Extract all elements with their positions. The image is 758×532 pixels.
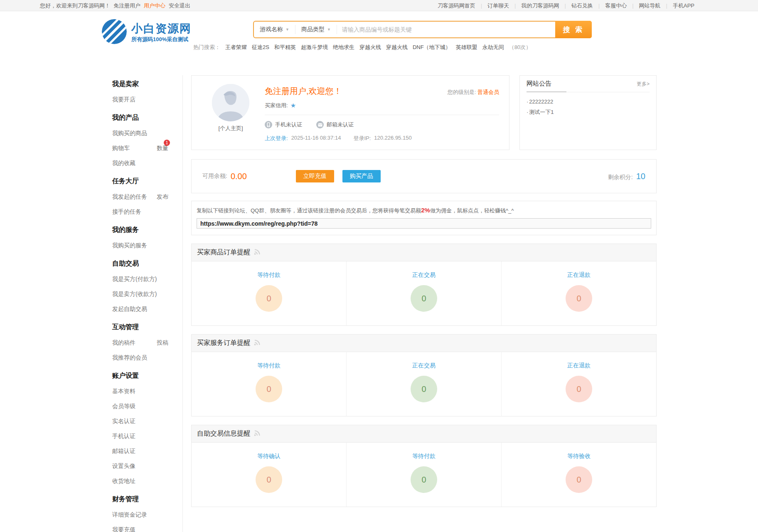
sidebar-item[interactable]: 手机认证 <box>112 429 182 444</box>
sidebar-item[interactable]: 会员等级 <box>112 399 182 414</box>
hot-search-count: （80次） <box>509 44 531 51</box>
referral-percent: 2% <box>421 207 430 214</box>
sidebar-group-heading: 任务大厅 <box>112 173 182 190</box>
sidebar-item[interactable]: 基本资料 <box>112 384 182 399</box>
notice-item[interactable]: 22222222 <box>527 96 650 107</box>
site-logo[interactable]: 小白资源网 所有源码100%采自测试 <box>101 19 192 46</box>
status-count-circle[interactable]: 0 <box>411 285 437 312</box>
status-column: 等待付款 0 <box>192 261 346 325</box>
hot-search-link[interactable]: 超激斗梦境 <box>301 44 328 51</box>
sidebar-item-label: 实名认证 <box>112 418 135 425</box>
divider <box>265 115 499 115</box>
status-count-circle[interactable]: 0 <box>411 466 437 493</box>
topbar-greeting: 您好，欢迎来到刀客源码网！ <box>40 2 110 10</box>
status-link[interactable]: 等待确认 <box>257 453 281 460</box>
status-link[interactable]: 正在退款 <box>567 271 591 279</box>
logo-tagline: 所有源码100%采自测试 <box>131 37 192 43</box>
hot-search-link[interactable]: 王者荣耀 <box>225 44 247 51</box>
sidebar-item-extra[interactable]: 数量 1 <box>157 145 168 152</box>
sidebar-item[interactable]: 发起自助交易 <box>112 302 182 317</box>
status-count-circle[interactable]: 0 <box>566 285 592 312</box>
notice-more-link[interactable]: 更多> <box>637 81 650 92</box>
rss-icon <box>253 339 261 347</box>
sidebar-item-extra-label: 投稿 <box>157 339 168 346</box>
notice-item[interactable]: 测试一下1 <box>527 107 650 117</box>
member-level-link[interactable]: 普通会员 <box>477 89 499 95</box>
sidebar-item-label: 我购买的服务 <box>112 242 147 249</box>
sidebar-item[interactable]: 我的收藏 <box>112 156 182 171</box>
referral-text: 复制以下链接到论坛、QQ群、朋友圈等，通过该链接注册的会员交易后，您将获得每笔交… <box>197 207 651 214</box>
sidebar-item[interactable]: 我要开店 <box>112 92 182 107</box>
personal-homepage-link[interactable]: [个人主页] <box>206 125 256 132</box>
email-verify-status[interactable]: 邮箱未认证 <box>316 121 354 128</box>
hot-search-link[interactable]: 穿越火线 <box>386 44 408 51</box>
sidebar-item[interactable]: 购物车 数量 1 <box>112 141 182 156</box>
status-link[interactable]: 正在退款 <box>567 362 591 369</box>
sidebar-item[interactable]: 邮箱认证 <box>112 444 182 459</box>
section-title: 自助交易信息提醒 <box>197 429 250 438</box>
sidebar-item[interactable]: 我购买的商品 <box>112 126 182 141</box>
buy-products-button[interactable]: 购买产品 <box>342 170 381 182</box>
sidebar-item[interactable]: 详细资金记录 <box>112 507 182 522</box>
user-center-link[interactable]: 用户中心 <box>144 2 165 10</box>
topbar-link[interactable]: 网站导航 <box>634 2 666 10</box>
status-link[interactable]: 等待付款 <box>257 271 281 279</box>
sidebar-item-extra[interactable]: 发布 <box>157 193 168 201</box>
hot-search-link[interactable]: 英雄联盟 <box>456 44 477 51</box>
recharge-button[interactable]: 立即充值 <box>296 170 334 182</box>
hot-search-link[interactable]: 征途2S <box>252 44 269 51</box>
status-count-circle[interactable]: 0 <box>566 466 592 493</box>
topbar-link[interactable]: 订单聊天 <box>482 2 514 10</box>
referral-link-input[interactable] <box>197 218 651 229</box>
status-count-circle[interactable]: 0 <box>256 285 282 312</box>
status-count-circle[interactable]: 0 <box>256 466 282 493</box>
sidebar-item[interactable]: 我要充值 <box>112 522 182 532</box>
status-link[interactable]: 等待付款 <box>257 362 281 369</box>
sidebar-item[interactable]: 我的稿件 投稿 <box>112 335 182 350</box>
search-button[interactable]: 搜 索 <box>555 21 592 38</box>
topbar-link[interactable]: 我的刀客源码网 <box>516 2 564 10</box>
game-filter-dropdown[interactable]: 游戏名称 ▼ <box>254 26 295 33</box>
sidebar-item[interactable]: 实名认证 <box>112 414 182 429</box>
section-title: 买家商品订单提醒 <box>197 248 250 257</box>
status-count-circle[interactable]: 0 <box>566 376 592 402</box>
status-count-circle[interactable]: 0 <box>256 376 282 402</box>
sidebar-item[interactable]: 设置头像 <box>112 459 182 474</box>
sidebar-item[interactable]: 接手的任务 <box>112 204 182 219</box>
topbar-link[interactable]: 刀客源码网首页 <box>432 2 481 10</box>
sidebar-item[interactable]: 收货地址 <box>112 474 182 489</box>
login-ip-label: 登录IP: <box>353 135 371 142</box>
sidebar-item[interactable]: 我推荐的会员 <box>112 350 182 365</box>
hot-search-link[interactable]: 和平精英 <box>274 44 296 51</box>
sidebar-item[interactable]: 我购买的服务 <box>112 238 182 253</box>
status-count-circle[interactable]: 0 <box>411 376 437 402</box>
phone-verify-status[interactable]: 手机未认证 <box>265 121 302 128</box>
profile-card: [个人主页] 免注册用户,欢迎您！ 您的级别是: 普通会员 买家信用: ★ <box>191 75 509 150</box>
status-link[interactable]: 等待付款 <box>412 453 436 460</box>
hot-search-links: 王者荣耀征途2S和平精英超激斗梦境绝地求生穿越火线穿越火线DNF（地下城）英雄联… <box>225 44 504 51</box>
topbar-link[interactable]: 手机APP <box>667 2 700 10</box>
hot-search-link[interactable]: 穿越火线 <box>359 44 381 51</box>
sidebar-group: 我的服务 我购买的服务 <box>112 222 182 253</box>
logout-link[interactable]: 安全退出 <box>169 2 190 10</box>
hot-search-link[interactable]: 永劫无间 <box>482 44 504 51</box>
email-status-text: 邮箱未认证 <box>327 121 354 128</box>
avatar[interactable] <box>212 84 249 121</box>
sidebar-item[interactable]: 我是买方(付款方) <box>112 272 182 287</box>
topbar-link[interactable]: 客服中心 <box>600 2 632 10</box>
type-filter-dropdown[interactable]: 商品类型 ▼ <box>295 26 337 33</box>
sidebar-item-extra[interactable]: 投稿 <box>157 339 168 347</box>
sidebar-item[interactable]: 我发起的任务 发布 <box>112 190 182 204</box>
sidebar-item[interactable]: 我是卖方(收款方) <box>112 287 182 302</box>
rss-icon <box>253 430 261 438</box>
sidebar-item-label: 邮箱认证 <box>112 448 135 455</box>
search-input[interactable] <box>337 26 555 33</box>
last-login-label: 上次登录: <box>265 135 288 142</box>
hot-search-link[interactable]: DNF（地下城） <box>413 44 451 51</box>
status-link[interactable]: 等待验收 <box>567 453 591 460</box>
hot-search-link[interactable]: 绝地求生 <box>333 44 354 51</box>
sidebar-item-label: 详细资金记录 <box>112 511 147 519</box>
topbar-link[interactable]: 钻石兑换 <box>566 2 598 10</box>
status-link[interactable]: 正在交易 <box>412 362 436 369</box>
status-link[interactable]: 正在交易 <box>412 271 436 279</box>
